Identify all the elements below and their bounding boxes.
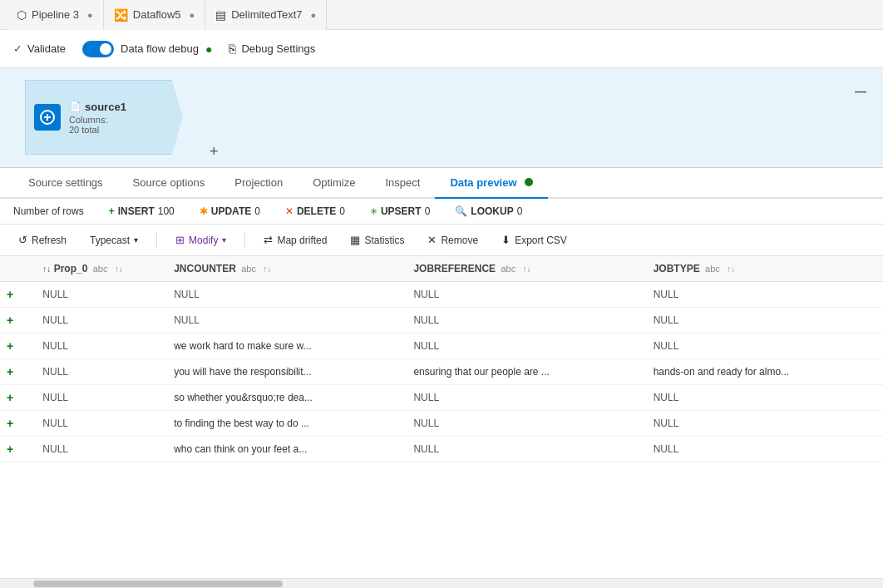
th-jncounter-arrow[interactable]: ↑↓: [263, 264, 271, 274]
tab-source-settings-label: Source settings: [28, 176, 103, 189]
insert-value: 100: [158, 205, 175, 217]
statistics-button[interactable]: ▦ Statistics: [345, 231, 409, 249]
tab-pipeline3-label: Pipeline 3: [32, 8, 79, 21]
row-plus-cell[interactable]: +: [0, 385, 32, 411]
th-jobtype-arrow[interactable]: ↑↓: [727, 264, 735, 274]
horizontal-scrollbar[interactable]: [0, 578, 883, 588]
row-jncounter: you will have the responsibilit...: [164, 359, 403, 385]
tab-pipeline3[interactable]: ⬡ Pipeline 3 ●: [7, 0, 104, 30]
update-label: UPDATE: [211, 205, 251, 217]
row-plus-cell[interactable]: +: [0, 411, 32, 437]
debug-settings-button[interactable]: ⎘ Debug Settings: [229, 42, 315, 56]
minimize-button[interactable]: —: [855, 85, 866, 98]
table-row: +NULLto finding the best way to do ...NU…: [0, 411, 883, 437]
validate-button[interactable]: ✓ Validate: [13, 42, 66, 55]
row-plus-cell[interactable]: +: [0, 282, 32, 308]
scrollbar-thumb[interactable]: [33, 581, 283, 587]
row-jobreference: NULL: [403, 411, 643, 437]
toggle-switch[interactable]: [82, 41, 114, 57]
typecast-caret-icon: ▾: [134, 235, 138, 245]
th-jobtype-label: JOBTYPE: [654, 263, 700, 274]
table-row: +NULLNULLNULLNULL: [0, 282, 883, 308]
th-jncounter[interactable]: JNCOUNTER abc ↑↓: [164, 256, 403, 282]
row-jobtype: NULL: [644, 308, 883, 334]
tab-pipeline3-close[interactable]: ●: [87, 10, 93, 20]
th-prop0-arrow[interactable]: ↑↓: [115, 264, 123, 274]
th-jobreference-arrow[interactable]: ↑↓: [523, 264, 531, 274]
source-node[interactable]: 📄 source1 Columns: 20 total: [25, 80, 183, 155]
row-plus-cell[interactable]: +: [0, 308, 32, 334]
debug-settings-label: Debug Settings: [241, 42, 315, 55]
typecast-label: Typecast: [90, 235, 130, 246]
upsert-label: UPSERT: [381, 205, 422, 217]
lookup-value: 0: [517, 205, 523, 217]
node-title-text: source1: [85, 101, 126, 113]
th-jobtype[interactable]: JOBTYPE abc ↑↓: [644, 256, 883, 282]
tab-source-options-label: Source options: [133, 176, 205, 189]
modify-icon: ⊞: [175, 234, 185, 246]
th-jobreference-type: abc: [501, 264, 515, 274]
row-jobreference: NULL: [403, 385, 643, 411]
tab-data-preview-label: Data preview: [450, 176, 516, 189]
refresh-button[interactable]: ↺ Refresh: [13, 231, 72, 249]
row-jobreference: NULL: [403, 437, 643, 462]
tab-inspect[interactable]: Inspect: [370, 168, 435, 199]
upsert-stat: ✳ UPSERT 0: [370, 205, 430, 217]
debug-status-icon: ●: [205, 42, 212, 56]
th-prop0-type: abc: [93, 264, 108, 274]
tab-data-preview[interactable]: Data preview: [435, 168, 548, 199]
validate-icon: ✓: [13, 42, 22, 55]
remove-label: Remove: [441, 235, 478, 246]
toolbar: ✓ Validate Data flow debug ● ⎘ Debug Set…: [0, 30, 883, 68]
th-prop0[interactable]: ↑↓ Prop_0 abc ↑↓: [32, 256, 164, 282]
tab-dataflow5-close[interactable]: ●: [190, 10, 195, 20]
modify-label: Modify: [189, 235, 218, 246]
debug-settings-icon: ⎘: [229, 42, 236, 56]
update-value: 0: [254, 205, 260, 217]
divider2: [244, 232, 245, 249]
row-plus-cell[interactable]: +: [0, 437, 32, 462]
th-jobtype-type: abc: [705, 264, 720, 274]
data-flow-debug-toggle[interactable]: Data flow debug ●: [82, 41, 212, 57]
add-node-button[interactable]: +: [210, 143, 219, 161]
tab-delimitedtext7[interactable]: ▤ DelimitedText7 ●: [205, 0, 327, 30]
validate-label: Validate: [27, 42, 66, 55]
node-title-doc-icon: 📄: [69, 101, 81, 112]
columns-label: Columns:: [69, 115, 107, 125]
th-prop0-sort-icon: ↑↓: [42, 264, 51, 274]
tab-dataflow5[interactable]: 🔀 Dataflow5 ●: [104, 0, 205, 30]
tabs-nav: Source settings Source options Projectio…: [0, 168, 883, 199]
row-jncounter: who can think on your feet a...: [164, 437, 403, 462]
row-prop0: NULL: [32, 411, 164, 437]
main-content: Source settings Source options Projectio…: [0, 168, 883, 588]
tab-projection[interactable]: Projection: [220, 168, 298, 199]
lookup-stat: 🔍 LOOKUP 0: [455, 205, 522, 217]
row-plus-cell[interactable]: +: [0, 359, 32, 385]
modify-caret-icon: ▾: [222, 235, 226, 245]
map-drifted-button[interactable]: ⇄ Map drifted: [259, 231, 332, 249]
tab-source-options[interactable]: Source options: [118, 168, 220, 199]
export-csv-button[interactable]: ⬇ Export CSV: [496, 231, 572, 249]
table-body: +NULLNULLNULLNULL+NULLNULLNULLNULL+NULLw…: [0, 282, 883, 462]
map-drifted-label: Map drifted: [277, 235, 327, 246]
row-jobreference: NULL: [403, 308, 643, 334]
th-jobreference-label: JOBREFERENCE: [413, 263, 496, 274]
node-columns: Columns: 20 total: [69, 115, 126, 135]
row-plus-cell[interactable]: +: [0, 334, 32, 359]
modify-button[interactable]: ⊞ Modify ▾: [170, 231, 231, 249]
insert-label: INSERT: [118, 205, 155, 217]
update-stat: ✱ UPDATE 0: [200, 205, 260, 217]
th-jobreference[interactable]: JOBREFERENCE abc ↑↓: [403, 256, 643, 282]
refresh-label: Refresh: [32, 235, 67, 246]
tab-source-settings[interactable]: Source settings: [13, 168, 118, 199]
typecast-button[interactable]: Typecast ▾: [85, 232, 143, 249]
tab-inspect-label: Inspect: [385, 176, 420, 189]
export-icon: ⬇: [501, 234, 511, 246]
tab-delimitedtext7-close[interactable]: ●: [311, 10, 317, 20]
remove-button[interactable]: ✕ Remove: [422, 231, 483, 249]
tab-optimize[interactable]: Optimize: [298, 168, 370, 199]
row-jncounter: so whether you&rsquo;re dea...: [164, 385, 403, 411]
table-row: +NULLwe work hard to make sure w...NULLN…: [0, 334, 883, 359]
row-prop0: NULL: [32, 308, 164, 334]
table-row: +NULLso whether you&rsquo;re dea...NULLN…: [0, 385, 883, 411]
